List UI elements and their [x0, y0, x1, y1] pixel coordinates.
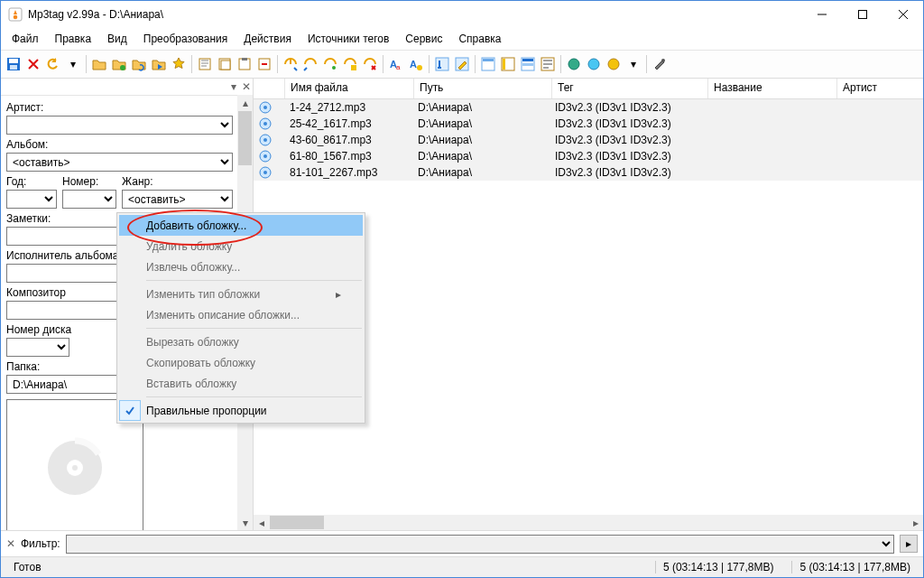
col-filename[interactable]: Имя файла [285, 79, 414, 98]
favorite-icon[interactable] [170, 55, 188, 73]
view3-icon[interactable] [519, 55, 537, 73]
filename-to-tag-icon[interactable] [301, 55, 319, 73]
undo-icon[interactable] [44, 55, 62, 73]
track-field[interactable] [62, 190, 116, 209]
col-artist[interactable]: Артист [837, 79, 924, 98]
cell-artist [833, 107, 923, 108]
hscroll-left-icon[interactable]: ◂ [254, 515, 269, 530]
discno-field[interactable] [6, 338, 69, 357]
ctx-remove-cover[interactable]: Удалить обложку [119, 236, 363, 256]
close-button[interactable] [882, 1, 923, 28]
maximize-button[interactable] [842, 1, 882, 28]
tag-to-tag-icon[interactable] [361, 55, 379, 73]
cell-artist [833, 123, 923, 125]
view2-icon[interactable] [499, 55, 517, 73]
status-ready: Готов [6, 561, 644, 573]
copy-icon[interactable] [216, 55, 234, 73]
panel-pin-icon[interactable]: ▾ [231, 80, 236, 93]
hscroll-right-icon[interactable]: ▸ [908, 515, 923, 530]
svg-point-18 [417, 65, 422, 70]
col-tag[interactable]: Тег [552, 79, 708, 98]
settings-icon[interactable] [651, 55, 669, 73]
web-dropdown-icon[interactable]: ▾ [624, 55, 642, 73]
table-row[interactable]: 81-101_2267.mp3D:\Аниара\ID3v2.3 (ID3v1 … [254, 164, 923, 181]
artist-field[interactable] [6, 116, 233, 135]
ctx-paste-cover[interactable]: Вставить обложку [119, 373, 363, 394]
cell-artist [833, 155, 923, 157]
ctx-change-type[interactable]: Изменить тип обложки▸ [119, 284, 363, 304]
folder-refresh-icon[interactable] [130, 55, 148, 73]
svg-point-41 [263, 138, 267, 142]
ctx-change-desc[interactable]: Изменить описание обложки... [119, 304, 363, 325]
ctx-cut-cover[interactable]: Вырезать обложку [119, 331, 363, 352]
ctx-extract-cover[interactable]: Извлечь обложку... [119, 256, 363, 277]
col-path[interactable]: Путь [414, 79, 552, 98]
album-field[interactable]: <оставить> [6, 153, 233, 172]
web1-icon[interactable] [565, 55, 583, 73]
year-field[interactable] [6, 190, 57, 209]
menu-view[interactable]: Вид [100, 31, 134, 47]
table-row[interactable]: 1-24_2712.mp3D:\Аниара\ID3v2.3 (ID3v1 ID… [254, 99, 923, 116]
scroll-down-icon[interactable]: ▾ [237, 515, 253, 530]
menu-file[interactable]: Файл [5, 31, 46, 47]
menu-help[interactable]: Справка [451, 31, 508, 47]
autonumber-icon[interactable] [433, 55, 451, 73]
col-title[interactable]: Название [708, 79, 837, 98]
text-to-tag-icon[interactable] [341, 55, 359, 73]
cut-icon[interactable] [196, 55, 214, 73]
filter-close-icon[interactable]: ✕ [6, 537, 15, 550]
svg-rect-24 [503, 59, 505, 70]
cell-filename: 1-24_2712.mp3 [284, 100, 412, 115]
scroll-thumb[interactable] [238, 111, 252, 165]
edit-icon[interactable] [453, 55, 471, 73]
scroll-up-icon[interactable]: ▴ [237, 95, 253, 110]
ctx-copy-cover[interactable]: Скопировать обложку [119, 352, 363, 373]
undo-dropdown-icon[interactable]: ▾ [64, 55, 82, 73]
filename-to-filename-icon[interactable] [321, 55, 339, 73]
col-icon[interactable] [254, 79, 285, 98]
cover-context-menu: Добавить обложку... Удалить обложку Извл… [116, 212, 365, 424]
folder-add-icon[interactable] [110, 55, 128, 73]
minimize-button[interactable] [801, 1, 842, 28]
menu-convert[interactable]: Преобразования [136, 31, 236, 47]
view1-icon[interactable] [479, 55, 497, 73]
paste-icon[interactable] [236, 55, 254, 73]
ctx-aspect-ratio[interactable]: Правильные пропорции [119, 400, 363, 421]
svg-point-13 [332, 66, 336, 70]
table-row[interactable]: 61-80_1567.mp3D:\Аниара\ID3v2.3 (ID3v1 I… [254, 148, 923, 164]
menu-tools[interactable]: Сервис [398, 31, 449, 47]
albumartist-field[interactable] [6, 264, 133, 283]
svg-rect-22 [483, 59, 494, 61]
menu-edit[interactable]: Правка [48, 31, 99, 47]
ctx-add-cover[interactable]: Добавить обложку... [119, 215, 363, 236]
remove-tag-icon[interactable] [255, 55, 273, 73]
menu-actions[interactable]: Действия [236, 31, 299, 47]
comment-field[interactable] [6, 227, 133, 246]
actions-quick-icon[interactable]: A [407, 55, 425, 73]
cell-tag: ID3v2.3 (ID3v1 ID3v2.3) [550, 100, 705, 115]
grid-hscrollbar[interactable]: ◂ ▸ [254, 515, 923, 530]
genre-field[interactable]: <оставить> [122, 190, 233, 209]
table-row[interactable]: 25-42_1617.mp3D:\Аниара\ID3v2.3 (ID3v1 I… [254, 116, 923, 132]
hscroll-thumb[interactable] [270, 516, 324, 529]
actions-icon[interactable]: Aa [387, 55, 405, 73]
audio-file-icon [259, 101, 272, 114]
composer-field[interactable] [6, 301, 133, 320]
web3-icon[interactable] [605, 55, 623, 73]
save-icon[interactable] [5, 55, 23, 73]
web2-icon[interactable] [585, 55, 603, 73]
filter-go-button[interactable]: ▸ [900, 535, 918, 553]
folder-open-icon[interactable] [90, 55, 108, 73]
toolbar: ▾ Aa A ▾ [1, 50, 923, 79]
delete-icon[interactable] [24, 55, 42, 73]
view4-icon[interactable] [539, 55, 557, 73]
table-row[interactable]: 43-60_8617.mp3D:\Аниара\ID3v2.3 (ID3v1 I… [254, 132, 923, 148]
tag-to-filename-icon[interactable] [282, 55, 300, 73]
menu-tagsrc[interactable]: Источники тегов [300, 31, 396, 47]
playlist-icon[interactable] [150, 55, 168, 73]
svg-text:A: A [410, 59, 417, 70]
panel-close-icon[interactable]: ✕ [242, 80, 251, 93]
app-icon [8, 7, 23, 22]
svg-point-30 [588, 59, 599, 70]
filter-input[interactable] [66, 535, 894, 554]
